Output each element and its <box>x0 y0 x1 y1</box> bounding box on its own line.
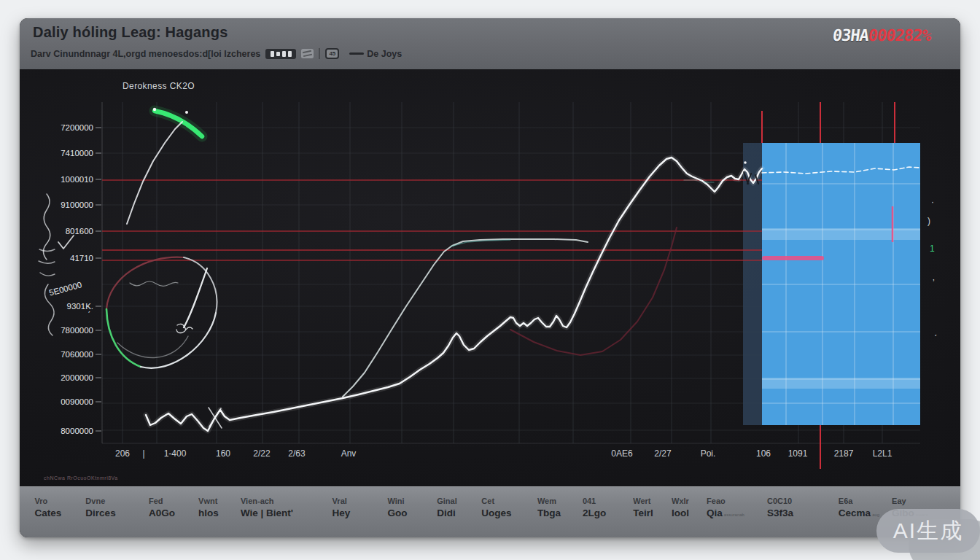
bottom-bar-item-top: Vro <box>35 497 62 505</box>
bottom-bar-item-label: Uoges <box>481 508 511 518</box>
bottom-bar-item-top: Wxlr <box>672 497 689 505</box>
bottom-bar-item-top: C0C10 <box>767 497 793 505</box>
bottom-bar-item-label: Dirces <box>85 508 115 518</box>
bottom-bar-item-top: Feao <box>707 497 744 505</box>
bottom-bar-item-label: A0Go <box>149 508 175 518</box>
bottom-bar-item[interactable]: WxlrIool <box>672 497 689 518</box>
equalizer-bars-icon[interactable] <box>265 49 296 59</box>
chart-footnote: chNCwa RrOcuoOKtnmri8Va <box>44 475 118 481</box>
bottom-bar-item-label: Wie | Bient' <box>241 508 293 518</box>
bottom-bar-item-label: Qiaassuranab <box>707 508 744 518</box>
bottom-bar-item[interactable]: 0412Lgo <box>583 497 606 518</box>
counter-white-digits: 03HA <box>832 26 870 44</box>
bottom-bar-item-label: Hey <box>332 508 351 518</box>
bottom-bar-columns: VroCatesDvneDircesFedA0GoVwnthlosVien-ac… <box>20 487 960 537</box>
bottom-bar-item[interactable]: GinalDidi <box>437 497 457 518</box>
bottom-bar-item-label: Cecmaaug <box>839 508 879 518</box>
bottom-bar-item-top: Fed <box>149 497 175 505</box>
chart-corner-label: Derokness CK2O <box>122 81 195 91</box>
bottom-bar-item[interactable]: CetUoges <box>481 497 511 518</box>
chart-area: Derokness CK2O chNCwa RrOcuoOKtnmri8Va <box>20 69 960 487</box>
digital-counter: 03HA000282% <box>832 26 933 44</box>
bottom-bar-item[interactable]: FeaoQiaassuranab <box>707 497 744 518</box>
bottom-bar-item[interactable]: C0C10S3f3a <box>767 497 793 518</box>
bottom-bar-item[interactable]: WiniGoo <box>388 497 408 518</box>
bottom-bar-item[interactable]: DvneDirces <box>85 497 115 518</box>
bottom-bar-item-top: Vien-ach <box>241 497 293 505</box>
ai-watermark: AI生成 <box>876 509 980 553</box>
bottom-bar-item-label: Teirl <box>633 508 653 518</box>
legend-item[interactable]: De Joys <box>344 49 402 59</box>
bottom-bar-item[interactable]: FedA0Go <box>149 497 175 518</box>
bottom-bar-item-suffix: aug <box>872 513 879 517</box>
bottom-bar-item[interactable]: E6aCecmaaug <box>839 497 879 518</box>
bottom-bar-item-top: Cet <box>481 497 511 505</box>
bottom-bar-item-label: Iool <box>672 508 689 518</box>
bottom-bar-item[interactable]: VralHey <box>332 497 351 518</box>
bottom-bar-item-label: S3f3a <box>767 508 793 518</box>
bottom-bar-item-top: Wert <box>633 497 653 505</box>
bottom-bar-item-top: Ginal <box>437 497 457 505</box>
legend-label: De Joys <box>367 49 402 59</box>
title-bar: Daliy hóling Leag: Hagangs Darv Cinundnn… <box>20 18 960 70</box>
card-icon[interactable] <box>301 49 314 58</box>
app-window: Daliy hóling Leag: Hagangs Darv Cinundnn… <box>20 18 960 537</box>
bottom-bar: VroCatesDvneDircesFedA0GoVwnthlosVien-ac… <box>20 486 960 537</box>
bottom-bar-item-top: Wini <box>388 497 408 505</box>
counter-red-digits: 000282% <box>868 26 933 44</box>
page-title: Daliy hóling Leag: Hagangs <box>33 24 228 41</box>
bottom-bar-item[interactable]: Vien-achWie | Bient' <box>241 497 293 518</box>
bottom-bar-item-label: Goo <box>388 508 408 518</box>
bottom-bar-item-top: Vwnt <box>198 497 219 505</box>
bottom-bar-item-suffix: assuranab <box>724 513 744 517</box>
bottom-bar-item-top: Dvne <box>85 497 115 505</box>
bottom-bar-item-top: Wem <box>537 497 561 505</box>
bottom-bar-item[interactable]: VroCates <box>35 497 62 518</box>
bottom-bar-item-label: 2Lgo <box>583 508 606 518</box>
subtitle-row: Darv Cinundnnagr 4L,orgd menoesdos:d[loi… <box>31 48 402 59</box>
bottom-bar-item-top: E6a <box>839 497 879 505</box>
badge-icon[interactable]: 45 <box>325 48 339 59</box>
bottom-bar-item-top: 041 <box>583 497 606 505</box>
bottom-bar-item[interactable]: WertTeirl <box>633 497 653 518</box>
page-subtitle: Darv Cinundnnagr 4L,orgd menoesdos:d[loi… <box>31 49 260 59</box>
bottom-bar-item[interactable]: WemTbga <box>537 497 561 518</box>
bottom-bar-item-label: hlos <box>198 508 219 518</box>
legend-dash-icon <box>349 52 364 55</box>
bottom-bar-item-label: Cates <box>35 508 62 518</box>
divider <box>319 48 320 59</box>
bottom-bar-item-label: Didi <box>437 508 457 518</box>
bottom-bar-item-label: Tbga <box>537 508 561 518</box>
bottom-bar-item-top: Eay <box>892 497 928 505</box>
bottom-bar-item-top: Vral <box>332 497 351 505</box>
bottom-bar-item[interactable]: Vwnthlos <box>198 497 219 518</box>
